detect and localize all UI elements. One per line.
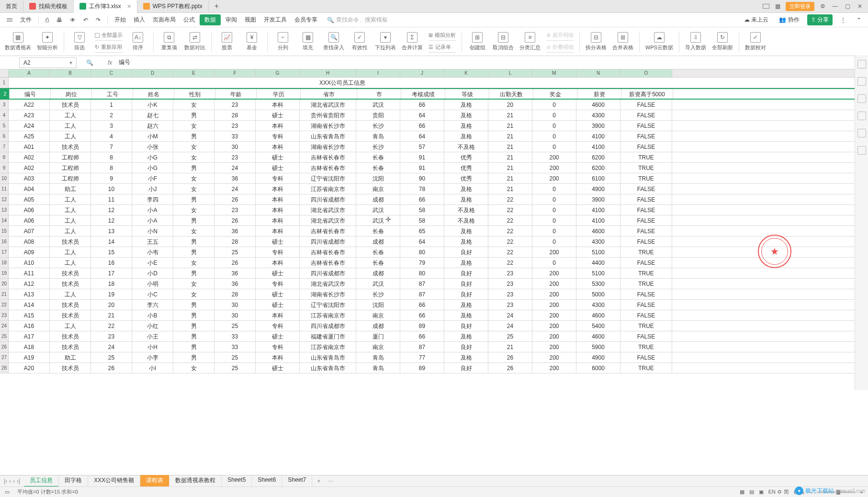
cell[interactable]: 77	[400, 352, 444, 362]
row-header[interactable]: 23	[0, 310, 9, 320]
column-header-cell[interactable]: 出勤天数	[489, 89, 533, 99]
cell[interactable]: 李六	[132, 300, 173, 310]
cell[interactable]: 良好	[444, 279, 488, 289]
cell[interactable]: 21	[488, 152, 532, 162]
cell[interactable]: FALSE	[620, 352, 672, 362]
panel-cursor-icon[interactable]	[857, 77, 866, 86]
cell[interactable]: 23	[488, 289, 532, 299]
cell[interactable]: 80	[400, 247, 444, 257]
cell[interactable]: 12	[91, 215, 132, 226]
cell[interactable]: 小B	[132, 310, 173, 320]
cell[interactable]: 技术员	[50, 237, 91, 247]
cell[interactable]: 65	[400, 226, 444, 236]
cell[interactable]: 技术员	[50, 142, 91, 152]
view-normal-icon[interactable]: ▦	[740, 489, 744, 495]
cell[interactable]: 工人	[50, 226, 91, 236]
cell[interactable]: 6200	[576, 152, 620, 162]
cell[interactable]: 湖南省长沙市	[300, 121, 356, 131]
cell[interactable]: 22	[488, 247, 532, 257]
settings-icon[interactable]: ⚙	[818, 2, 827, 11]
cell[interactable]: 男	[173, 247, 214, 257]
cell[interactable]: 小E	[132, 258, 173, 268]
cell[interactable]: 79	[400, 258, 444, 268]
cell[interactable]: 及格	[444, 100, 488, 110]
zoom-out-icon[interactable]: −	[809, 489, 812, 495]
sheet-tab[interactable]: Sheet7	[282, 475, 312, 487]
cell[interactable]: 66	[400, 100, 444, 110]
cell[interactable]: 4600	[576, 226, 620, 236]
cell[interactable]: 23	[214, 100, 256, 110]
cell[interactable]: 小王	[132, 331, 173, 341]
panel-more-icon[interactable]	[857, 146, 866, 155]
add-sheet-icon[interactable]: +	[312, 478, 325, 485]
cell[interactable]: 5100	[576, 268, 620, 278]
col-header[interactable]: M	[532, 69, 576, 77]
row-header[interactable]: 1	[0, 78, 9, 88]
cloud-status[interactable]: ☁ 未上云	[741, 14, 771, 26]
cell[interactable]: 南京	[356, 184, 400, 194]
cell[interactable]: 成都	[356, 237, 400, 247]
cell[interactable]: 24	[91, 342, 132, 352]
row-header[interactable]: 12	[0, 194, 9, 204]
cell[interactable]: 0	[532, 205, 576, 215]
cell[interactable]: 良好	[444, 247, 488, 257]
cell[interactable]: 山东省青岛市	[300, 363, 356, 373]
cell[interactable]: 四川省成都市	[300, 268, 356, 278]
cell[interactable]: 0	[532, 184, 576, 194]
cell[interactable]: 6200	[576, 163, 620, 173]
cell[interactable]: 200	[532, 331, 576, 341]
ribbon-valid[interactable]: ✓有效性	[350, 32, 369, 51]
cell[interactable]: 3900	[576, 121, 620, 131]
cell[interactable]: 硕士	[256, 163, 300, 173]
ribbon-ungroup[interactable]: ⊟取消组合	[493, 32, 514, 51]
cell[interactable]: 23	[214, 205, 256, 215]
menu-pagelayout[interactable]: 页面布局	[150, 14, 179, 26]
cell[interactable]: 20	[488, 100, 532, 110]
cell[interactable]: 吉林省长春市	[300, 247, 356, 257]
cell[interactable]: 4300	[576, 237, 620, 247]
col-header[interactable]: G	[256, 69, 300, 77]
col-header[interactable]: I	[356, 69, 400, 77]
cell[interactable]: 湖南省长沙市	[300, 142, 356, 152]
cell[interactable]: 24	[214, 163, 256, 173]
cell[interactable]: 工人	[50, 194, 91, 204]
cell[interactable]: 200	[532, 173, 576, 183]
row-header[interactable]: 17	[0, 247, 9, 257]
cell[interactable]: A15	[9, 310, 50, 320]
spreadsheet-grid[interactable]: A B C D E F G H I J K L M N O 1 XXX公司员工信…	[0, 69, 868, 373]
cell[interactable]: 女	[173, 279, 214, 289]
chevron-down-icon[interactable]: ▾	[69, 59, 72, 66]
command-search[interactable]: 🔍 查找命令、搜索模板	[327, 16, 388, 24]
cell[interactable]: 19	[91, 289, 132, 299]
cell[interactable]: 工人	[50, 121, 91, 131]
cell[interactable]: 25	[91, 352, 132, 362]
coop-button[interactable]: 👥 协作	[776, 14, 802, 26]
cell[interactable]: TRUE	[620, 279, 672, 289]
cell[interactable]: A16	[9, 321, 50, 331]
cell[interactable]: 硕士	[256, 363, 300, 373]
row-header[interactable]: 19	[0, 268, 9, 278]
cell[interactable]: 25	[214, 321, 256, 331]
cell[interactable]: 8	[91, 152, 132, 162]
panel-style-icon[interactable]	[857, 94, 866, 103]
row-header[interactable]: 6	[0, 131, 9, 141]
cell[interactable]: 小明	[132, 279, 173, 289]
name-box[interactable]: A2▾	[19, 57, 77, 68]
cell[interactable]: 及格	[444, 352, 488, 362]
cell[interactable]: 辽宁省沈阳市	[300, 300, 356, 310]
cell[interactable]: 28	[214, 237, 256, 247]
cell[interactable]: 28	[214, 110, 256, 120]
sheet-tab[interactable]: 课程表	[140, 475, 169, 487]
cell[interactable]: 男	[173, 194, 214, 204]
cell[interactable]: 工人	[50, 258, 91, 268]
cell[interactable]: 技术员	[50, 310, 91, 320]
cell[interactable]: 女	[173, 100, 214, 110]
cell[interactable]: 200	[532, 310, 576, 320]
cell[interactable]: 硕士	[256, 237, 300, 247]
panel-cloud-icon[interactable]	[857, 129, 866, 137]
cell[interactable]: 小G	[132, 152, 173, 162]
cell[interactable]: 工人	[50, 247, 91, 257]
cell[interactable]: 66	[400, 310, 444, 320]
cell[interactable]: 22	[488, 258, 532, 268]
cell[interactable]: 男	[173, 300, 214, 310]
